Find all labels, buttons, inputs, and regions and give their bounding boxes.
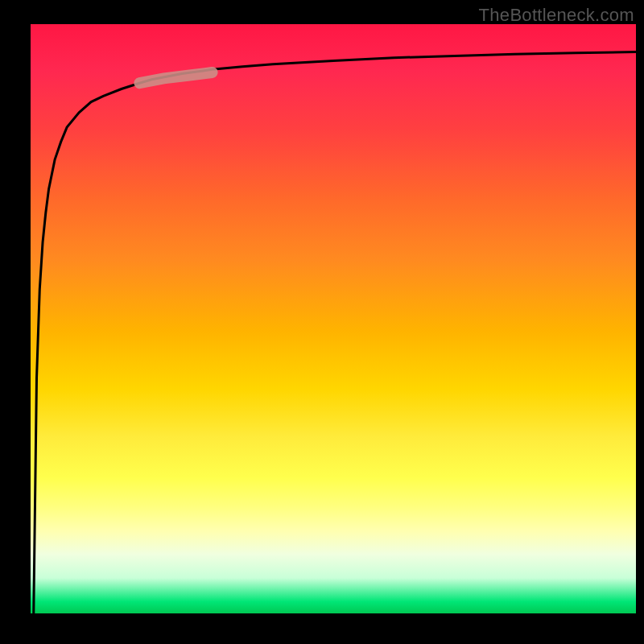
chart-curve-layer — [31, 24, 636, 613]
watermark-text: TheBottleneck.com — [479, 5, 634, 26]
highlight-segment-path — [139, 72, 212, 83]
bottleneck-curve-path — [34, 52, 636, 613]
